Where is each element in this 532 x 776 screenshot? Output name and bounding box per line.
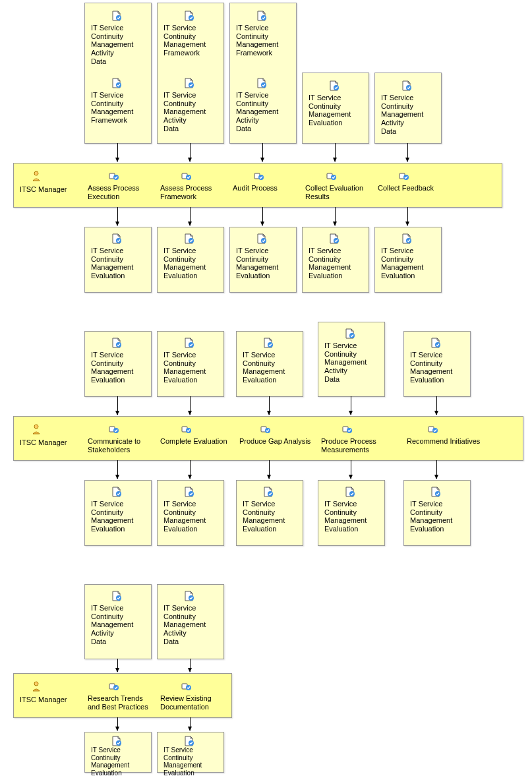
document-icon: [109, 9, 125, 23]
person-icon: [28, 422, 44, 436]
arrow: [117, 659, 118, 672]
label: IT Service Continuity Management Evaluat…: [161, 498, 208, 535]
activity-label: Collect Feedback: [375, 182, 436, 194]
label: IT Service Continuity Management Evaluat…: [306, 92, 353, 129]
document-icon: [428, 485, 444, 499]
label: IT Service Continuity Management Framewo…: [161, 22, 208, 59]
node: IT Service Continuity Management Evaluat…: [302, 73, 369, 144]
document-icon: [428, 336, 444, 350]
arrow: [351, 396, 351, 415]
arrow: [190, 659, 191, 672]
activity-label: Collect Evaluation Results: [303, 182, 366, 202]
arrow: [190, 207, 191, 225]
arrow: [190, 717, 191, 731]
document-icon: [342, 326, 358, 341]
arrow: [117, 207, 118, 225]
node: IT Service Continuity Management Evaluat…: [403, 331, 471, 397]
activity-icon: [179, 422, 194, 436]
document-icon: [254, 9, 270, 23]
document-icon: [260, 336, 276, 350]
arrow: [269, 396, 270, 415]
label: IT Service Continuity Management Activit…: [322, 340, 369, 385]
activity-icon: [106, 422, 122, 436]
document-icon: [260, 485, 276, 499]
swimlane: ITSC Manager Research Trends and Best Pr…: [13, 673, 232, 718]
node: IT Service Continuity Management Evaluat…: [374, 227, 442, 293]
document-icon: [326, 231, 342, 246]
activity-icon: [340, 422, 355, 436]
node: IT Service Continuity Management Evaluat…: [84, 227, 152, 293]
label: IT Service Continuity Management Evaluat…: [306, 245, 353, 282]
activity-label: Recommend Initiatives: [404, 435, 483, 448]
node: IT Service Continuity Management Evaluat…: [157, 331, 224, 397]
document-icon: [254, 76, 270, 90]
activity-label: Produce Gap Analysis: [237, 435, 313, 448]
node: IT Service Continuity Management Activit…: [318, 322, 385, 397]
document-icon: [109, 231, 125, 246]
node: IT Service Continuity Management Evaluat…: [157, 227, 224, 293]
activity-label: Research Trends and Best Practices: [85, 692, 151, 713]
arrow: [407, 143, 408, 162]
activity-icon: [425, 422, 441, 436]
arrow: [117, 143, 118, 162]
label: IT Service Continuity Management Activit…: [88, 602, 136, 647]
node: IT Service Continuity Management Evaluat…: [318, 480, 385, 546]
label: IT Service Continuity Management Evaluat…: [161, 349, 208, 386]
arrow: [335, 207, 336, 225]
activity-label: Audit Process: [230, 182, 280, 194]
activity-label: Complete Evaluation: [158, 435, 230, 448]
activity-icon: [258, 422, 274, 436]
document-icon: [399, 231, 415, 246]
role-label: ITSC Manager: [17, 694, 70, 706]
node: IT Service Continuity Management Evaluat…: [84, 480, 152, 546]
node: IT Service Continuity Management Evaluat…: [236, 480, 303, 546]
label: IT Service Continuity Management Activit…: [161, 89, 208, 134]
activity-label: Assess Process Framework: [158, 182, 214, 202]
person-icon: [28, 679, 44, 694]
activity-icon: [179, 679, 194, 694]
document-icon: [109, 336, 125, 350]
swimlane: ITSC Manager Assess Process Execution As…: [13, 163, 502, 208]
label: IT Service Continuity Management Activit…: [88, 22, 136, 67]
document-icon: [326, 78, 342, 93]
activity-icon: [396, 169, 412, 183]
activity-label: Assess Process Execution: [85, 182, 142, 202]
document-icon: [181, 589, 197, 603]
diagram-canvas: IT Service Continuity Management Activit…: [0, 0, 532, 776]
arrow: [436, 396, 437, 415]
document-icon: [109, 589, 125, 603]
label: IT Service Continuity Management Evaluat…: [322, 498, 369, 535]
document-icon: [181, 336, 197, 350]
label: IT Service Continuity Management Evaluat…: [88, 245, 136, 282]
node: IT Service Continuity Management Framewo…: [229, 3, 297, 144]
label: IT Service Continuity Management Evaluat…: [88, 744, 132, 776]
activity-label: Review Existing Documentation: [158, 692, 214, 713]
label: IT Service Continuity Management Evaluat…: [161, 744, 204, 776]
arrow: [351, 460, 351, 479]
activity-icon: [106, 679, 122, 694]
document-icon: [399, 78, 415, 93]
node: IT Service Continuity Management Evaluat…: [403, 480, 471, 546]
document-icon: [109, 76, 125, 90]
document-icon: [109, 485, 125, 499]
label: IT Service Continuity Management Evaluat…: [233, 245, 281, 282]
label: IT Service Continuity Management Evaluat…: [88, 349, 136, 386]
document-icon: [181, 76, 197, 90]
node: IT Service Continuity Management Activit…: [374, 73, 442, 144]
label: IT Service Continuity Management Evaluat…: [161, 245, 208, 282]
node: IT Service Continuity Management Evaluat…: [84, 732, 152, 773]
arrow: [262, 207, 263, 225]
label: IT Service Continuity Management Evaluat…: [240, 349, 287, 386]
arrow: [117, 717, 118, 731]
document-icon: [181, 231, 197, 246]
activity-icon: [106, 169, 122, 183]
label: IT Service Continuity Management Evaluat…: [407, 498, 455, 535]
node: IT Service Continuity Management Evaluat…: [236, 331, 303, 397]
activity-label: Produce Process Measurements: [318, 435, 379, 456]
document-icon: [342, 485, 358, 499]
label: IT Service Continuity Management Activit…: [161, 602, 208, 647]
document-icon: [181, 9, 197, 23]
label: IT Service Continuity Management Evaluat…: [88, 498, 136, 535]
document-icon: [254, 231, 270, 246]
activity-icon: [179, 169, 194, 183]
